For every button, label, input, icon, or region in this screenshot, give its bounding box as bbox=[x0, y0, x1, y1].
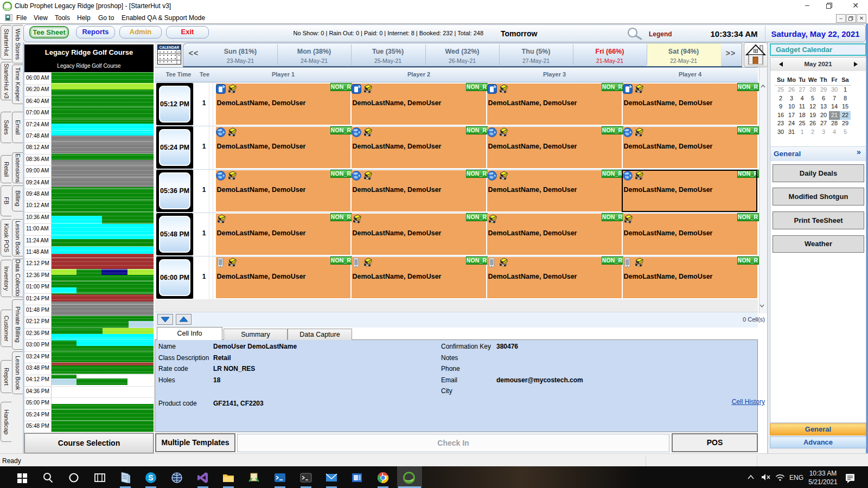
svg-text:S: S bbox=[148, 473, 153, 482]
svg-text:CALENDAR: CALENDAR bbox=[159, 46, 180, 49]
